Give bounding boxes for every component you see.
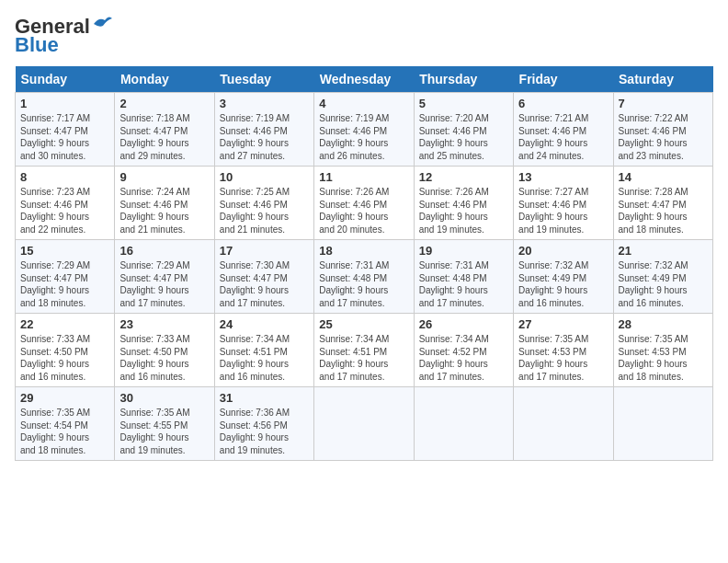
calendar-cell: 12Sunrise: 7:26 AM Sunset: 4:46 PM Dayli… xyxy=(414,167,513,240)
day-number: 30 xyxy=(119,391,209,405)
day-info: Sunrise: 7:26 AM Sunset: 4:46 PM Dayligh… xyxy=(319,186,408,236)
calendar-cell: 25Sunrise: 7:34 AM Sunset: 4:51 PM Dayli… xyxy=(314,314,414,387)
calendar-week-row: 15Sunrise: 7:29 AM Sunset: 4:47 PM Dayli… xyxy=(16,240,713,314)
day-info: Sunrise: 7:36 AM Sunset: 4:56 PM Dayligh… xyxy=(220,407,309,456)
day-number: 29 xyxy=(20,391,109,405)
col-header-friday: Friday xyxy=(514,66,613,93)
calendar-week-row: 22Sunrise: 7:33 AM Sunset: 4:50 PM Dayli… xyxy=(16,314,713,387)
day-info: Sunrise: 7:31 AM Sunset: 4:48 PM Dayligh… xyxy=(319,259,408,309)
day-number: 24 xyxy=(220,317,309,331)
day-info: Sunrise: 7:30 AM Sunset: 4:47 PM Dayligh… xyxy=(220,259,309,309)
day-number: 28 xyxy=(619,317,708,331)
calendar-cell xyxy=(314,387,414,461)
day-number: 9 xyxy=(119,170,209,184)
day-number: 13 xyxy=(518,170,608,184)
day-info: Sunrise: 7:23 AM Sunset: 4:46 PM Dayligh… xyxy=(20,186,109,236)
calendar-cell: 11Sunrise: 7:26 AM Sunset: 4:46 PM Dayli… xyxy=(314,167,414,240)
calendar-header-row: SundayMondayTuesdayWednesdayThursdayFrid… xyxy=(16,66,713,93)
day-info: Sunrise: 7:26 AM Sunset: 4:46 PM Dayligh… xyxy=(419,186,508,236)
day-info: Sunrise: 7:22 AM Sunset: 4:46 PM Dayligh… xyxy=(619,112,708,162)
day-info: Sunrise: 7:28 AM Sunset: 4:47 PM Dayligh… xyxy=(619,186,708,236)
calendar-cell: 27Sunrise: 7:35 AM Sunset: 4:53 PM Dayli… xyxy=(514,314,613,387)
calendar-cell: 21Sunrise: 7:32 AM Sunset: 4:49 PM Dayli… xyxy=(613,240,712,314)
day-info: Sunrise: 7:27 AM Sunset: 4:46 PM Dayligh… xyxy=(518,186,608,236)
day-info: Sunrise: 7:35 AM Sunset: 4:53 PM Dayligh… xyxy=(619,333,708,383)
calendar-cell xyxy=(613,387,712,461)
day-info: Sunrise: 7:33 AM Sunset: 4:50 PM Dayligh… xyxy=(20,333,109,383)
calendar-cell: 28Sunrise: 7:35 AM Sunset: 4:53 PM Dayli… xyxy=(613,314,712,387)
calendar-cell: 8Sunrise: 7:23 AM Sunset: 4:46 PM Daylig… xyxy=(16,167,115,240)
day-number: 5 xyxy=(419,97,508,110)
day-info: Sunrise: 7:34 AM Sunset: 4:51 PM Dayligh… xyxy=(319,333,408,383)
day-number: 10 xyxy=(220,170,309,184)
day-number: 14 xyxy=(619,170,708,184)
calendar-week-row: 1Sunrise: 7:17 AM Sunset: 4:47 PM Daylig… xyxy=(16,93,713,167)
calendar-cell: 22Sunrise: 7:33 AM Sunset: 4:50 PM Dayli… xyxy=(16,314,115,387)
day-number: 26 xyxy=(419,317,508,331)
calendar-cell: 10Sunrise: 7:25 AM Sunset: 4:46 PM Dayli… xyxy=(214,167,313,240)
col-header-thursday: Thursday xyxy=(414,66,513,93)
day-number: 19 xyxy=(419,244,508,258)
calendar-cell: 31Sunrise: 7:36 AM Sunset: 4:56 PM Dayli… xyxy=(214,387,313,461)
day-info: Sunrise: 7:19 AM Sunset: 4:46 PM Dayligh… xyxy=(220,112,309,162)
day-number: 11 xyxy=(319,170,408,184)
day-info: Sunrise: 7:25 AM Sunset: 4:46 PM Dayligh… xyxy=(220,186,309,236)
day-number: 21 xyxy=(619,244,708,258)
day-info: Sunrise: 7:17 AM Sunset: 4:47 PM Dayligh… xyxy=(20,112,109,162)
day-number: 31 xyxy=(220,391,309,405)
day-number: 3 xyxy=(220,97,309,110)
day-info: Sunrise: 7:35 AM Sunset: 4:53 PM Dayligh… xyxy=(518,333,608,383)
day-number: 2 xyxy=(119,97,209,110)
calendar-cell: 17Sunrise: 7:30 AM Sunset: 4:47 PM Dayli… xyxy=(214,240,313,314)
calendar-cell: 5Sunrise: 7:20 AM Sunset: 4:46 PM Daylig… xyxy=(414,93,513,167)
day-info: Sunrise: 7:33 AM Sunset: 4:50 PM Dayligh… xyxy=(119,333,209,383)
calendar-cell xyxy=(414,387,513,461)
calendar-cell: 15Sunrise: 7:29 AM Sunset: 4:47 PM Dayli… xyxy=(16,240,115,314)
day-info: Sunrise: 7:32 AM Sunset: 4:49 PM Dayligh… xyxy=(619,259,708,309)
day-number: 7 xyxy=(619,97,708,110)
col-header-tuesday: Tuesday xyxy=(214,66,313,93)
day-number: 18 xyxy=(319,244,408,258)
calendar-cell: 13Sunrise: 7:27 AM Sunset: 4:46 PM Dayli… xyxy=(514,167,613,240)
day-info: Sunrise: 7:31 AM Sunset: 4:48 PM Dayligh… xyxy=(419,259,508,309)
day-info: Sunrise: 7:34 AM Sunset: 4:51 PM Dayligh… xyxy=(220,333,309,383)
day-info: Sunrise: 7:21 AM Sunset: 4:46 PM Dayligh… xyxy=(518,112,608,162)
logo: General Blue xyxy=(15,15,112,57)
calendar-week-row: 8Sunrise: 7:23 AM Sunset: 4:46 PM Daylig… xyxy=(16,167,713,240)
col-header-monday: Monday xyxy=(115,66,214,93)
calendar-cell: 7Sunrise: 7:22 AM Sunset: 4:46 PM Daylig… xyxy=(613,93,712,167)
calendar-cell: 4Sunrise: 7:19 AM Sunset: 4:46 PM Daylig… xyxy=(314,93,414,167)
calendar-cell: 2Sunrise: 7:18 AM Sunset: 4:47 PM Daylig… xyxy=(115,93,214,167)
calendar-cell: 6Sunrise: 7:21 AM Sunset: 4:46 PM Daylig… xyxy=(514,93,613,167)
day-number: 25 xyxy=(319,317,408,331)
calendar-cell: 16Sunrise: 7:29 AM Sunset: 4:47 PM Dayli… xyxy=(115,240,214,314)
calendar-cell: 19Sunrise: 7:31 AM Sunset: 4:48 PM Dayli… xyxy=(414,240,513,314)
day-number: 16 xyxy=(119,244,209,258)
logo-blue: Blue xyxy=(15,33,59,57)
col-header-saturday: Saturday xyxy=(613,66,712,93)
calendar-cell: 29Sunrise: 7:35 AM Sunset: 4:54 PM Dayli… xyxy=(16,387,115,461)
day-info: Sunrise: 7:35 AM Sunset: 4:55 PM Dayligh… xyxy=(119,407,209,456)
day-info: Sunrise: 7:32 AM Sunset: 4:49 PM Dayligh… xyxy=(518,259,608,309)
calendar-week-row: 29Sunrise: 7:35 AM Sunset: 4:54 PM Dayli… xyxy=(16,387,713,461)
day-info: Sunrise: 7:18 AM Sunset: 4:47 PM Dayligh… xyxy=(119,112,209,162)
logo-bird-icon xyxy=(92,15,112,31)
calendar-cell: 26Sunrise: 7:34 AM Sunset: 4:52 PM Dayli… xyxy=(414,314,513,387)
day-number: 1 xyxy=(20,97,109,110)
calendar-cell: 24Sunrise: 7:34 AM Sunset: 4:51 PM Dayli… xyxy=(214,314,313,387)
day-info: Sunrise: 7:24 AM Sunset: 4:46 PM Dayligh… xyxy=(119,186,209,236)
day-number: 12 xyxy=(419,170,508,184)
day-info: Sunrise: 7:29 AM Sunset: 4:47 PM Dayligh… xyxy=(20,259,109,309)
col-header-wednesday: Wednesday xyxy=(314,66,414,93)
calendar-cell: 30Sunrise: 7:35 AM Sunset: 4:55 PM Dayli… xyxy=(115,387,214,461)
col-header-sunday: Sunday xyxy=(16,66,115,93)
calendar-cell: 3Sunrise: 7:19 AM Sunset: 4:46 PM Daylig… xyxy=(214,93,313,167)
day-number: 27 xyxy=(518,317,608,331)
page-header: General Blue xyxy=(15,15,713,57)
calendar-cell: 9Sunrise: 7:24 AM Sunset: 4:46 PM Daylig… xyxy=(115,167,214,240)
calendar-cell: 14Sunrise: 7:28 AM Sunset: 4:47 PM Dayli… xyxy=(613,167,712,240)
day-number: 23 xyxy=(119,317,209,331)
day-number: 17 xyxy=(220,244,309,258)
day-info: Sunrise: 7:20 AM Sunset: 4:46 PM Dayligh… xyxy=(419,112,508,162)
day-info: Sunrise: 7:19 AM Sunset: 4:46 PM Dayligh… xyxy=(319,112,408,162)
